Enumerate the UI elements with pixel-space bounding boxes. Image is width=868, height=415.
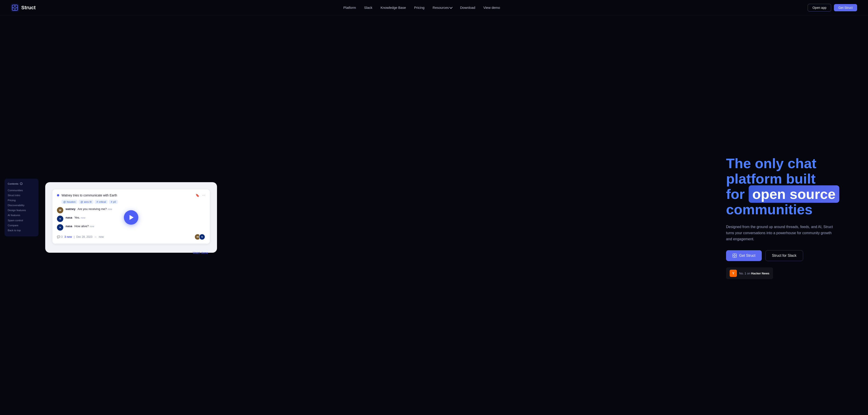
hero-heading: The only chat platform built for open so…	[726, 156, 857, 218]
message-text-nasa-2: nasa How alive? now	[66, 224, 94, 228]
hero-description: Designed from the ground up around threa…	[726, 224, 835, 242]
thread-meta: 💬 3 3 new | Dec 28, 2023 ↔ now	[57, 235, 104, 238]
more-options-icon[interactable]: ⋯	[202, 193, 205, 197]
avatar-nasa-2: N	[57, 224, 63, 230]
hero-cta-row: Get Struct Struct for Slack	[726, 250, 857, 261]
nav-view-demo[interactable]: View demo	[483, 6, 500, 9]
get-struct-nav-button[interactable]: Get Struct	[834, 4, 857, 11]
nav-download[interactable]: Download	[460, 6, 475, 9]
hero-section: The only chat platform built for open so…	[717, 156, 857, 279]
chevron-down-icon	[449, 6, 452, 9]
toc-discoverability[interactable]: Discoverability	[8, 203, 35, 208]
avatar-nasa-1: N	[57, 216, 63, 222]
thread-title-row: Watney tries to communicate with Earth	[57, 193, 117, 197]
main-content: Watney tries to communicate with Earth 🔖…	[0, 15, 868, 415]
hacker-news-badge: Y No. 1 on Hacker News	[726, 267, 773, 279]
tag-houston[interactable]: @ houston	[61, 200, 77, 204]
thread-action-icons: 🔖 ⋯	[195, 193, 205, 197]
thread-tags: @ houston @ ares III # critical # p0	[57, 200, 205, 204]
get-struct-hero-button[interactable]: Get Struct	[726, 250, 762, 261]
struct-icon	[733, 253, 737, 258]
nav-pricing[interactable]: Pricing	[414, 6, 425, 9]
play-button[interactable]	[124, 210, 138, 225]
hn-text: No. 1 on Hacker News	[739, 272, 770, 275]
message-text-nasa-1: nasa Yes. now	[66, 216, 86, 220]
nav-resources[interactable]: Resources	[433, 6, 452, 9]
hero-highlight: open source	[749, 185, 839, 203]
tag-critical[interactable]: # critical	[95, 200, 107, 204]
thread-footer: 💬 3 3 new | Dec 28, 2023 ↔ now W N	[57, 234, 205, 240]
toc-header: Contents	[8, 183, 35, 185]
demo-video-card: Watney tries to communicate with Earth 🔖…	[45, 182, 217, 253]
tag-ares[interactable]: @ ares III	[79, 200, 93, 204]
thread-header: Watney tries to communicate with Earth 🔖…	[57, 193, 205, 197]
toc-icon	[20, 183, 23, 185]
toc-spam-control[interactable]: Spam control	[8, 218, 35, 223]
participant-avatar-2: N	[199, 234, 205, 240]
tag-p0[interactable]: # p0	[109, 200, 118, 204]
toc-back-to-top[interactable]: Back to top	[8, 228, 35, 232]
svg-point-9	[21, 184, 22, 185]
struct-for-slack-button[interactable]: Struct for Slack	[765, 250, 803, 261]
brand-logo[interactable]: Struct	[11, 4, 36, 12]
navbar: Struct Platform Slack Knowledge Base Pri…	[0, 0, 868, 15]
nav-knowledge-base[interactable]: Knowledge Base	[380, 6, 406, 9]
nav-platform[interactable]: Platform	[343, 6, 356, 9]
hn-logo: Y	[730, 270, 737, 277]
toc-compare[interactable]: Compare	[8, 223, 35, 228]
svg-point-11	[734, 255, 736, 257]
toc-pricing[interactable]: Pricing	[8, 198, 35, 203]
nav-slack[interactable]: Slack	[364, 6, 373, 9]
nav-links: Platform Slack Knowledge Base Pricing Re…	[343, 6, 500, 9]
thread-status-dot	[57, 194, 59, 196]
nav-actions: Open app Get Struct	[808, 4, 857, 11]
bookmark-icon[interactable]: 🔖	[195, 193, 199, 197]
toc-struct-intro[interactable]: Struct intro	[8, 193, 35, 198]
watch-demo-link[interactable]: Watch demo	[193, 251, 208, 255]
message-text-watney: watney Are you receiving me? now	[66, 207, 112, 211]
message-nasa-2: N nasa How alive? now	[57, 224, 205, 230]
demo-video-section: Watney tries to communicate with Earth 🔖…	[45, 182, 217, 253]
thread-title: Watney tries to communicate with Earth	[61, 193, 117, 197]
open-app-button[interactable]: Open app	[808, 4, 831, 11]
table-of-contents: Contents Communities Struct intro Pricin…	[4, 179, 38, 236]
thread-participant-avatars: W N	[194, 234, 205, 240]
play-icon	[129, 215, 133, 220]
toc-ai-features[interactable]: AI features	[8, 213, 35, 218]
new-replies-badge: 3 new	[64, 235, 72, 238]
avatar-watney: W	[57, 207, 63, 213]
toc-design-features[interactable]: Design features	[8, 208, 35, 213]
toc-communities[interactable]: Communities	[8, 188, 35, 193]
